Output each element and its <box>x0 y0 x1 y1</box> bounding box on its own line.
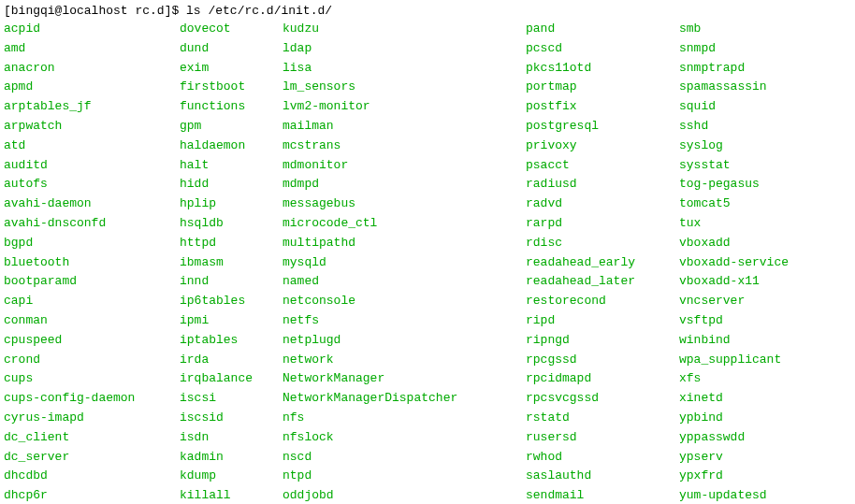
file-entry: arptables_jf <box>4 97 180 117</box>
file-entry: functions <box>180 97 283 117</box>
listing-column-1: acpidamdanacronapmdarptables_jfarpwatcha… <box>4 20 180 504</box>
file-entry: lm_sensors <box>283 78 526 97</box>
listing-column-3: kudzuldaplisalm_sensorslvm2-monitormailm… <box>283 20 526 504</box>
file-entry: amd <box>4 39 180 59</box>
file-entry: ripd <box>526 311 679 331</box>
file-entry: apmd <box>4 78 180 97</box>
file-entry: readahead_early <box>526 253 679 273</box>
file-entry: vboxadd-service <box>679 253 829 273</box>
file-entry: spamassassin <box>679 78 829 97</box>
file-entry: netconsole <box>283 292 526 311</box>
file-entry: autofs <box>4 175 180 194</box>
file-entry: exim <box>180 59 283 79</box>
file-entry: dund <box>180 39 283 59</box>
file-entry: kadmin <box>180 448 283 468</box>
file-entry: netplugd <box>283 331 526 351</box>
file-entry: rarpd <box>526 214 679 234</box>
file-entry: sshd <box>679 117 829 137</box>
file-entry: avahi-dnsconfd <box>4 214 180 234</box>
file-entry: snmpd <box>679 39 829 59</box>
file-entry: lvm2-monitor <box>283 97 526 117</box>
file-entry: cpuspeed <box>4 331 180 351</box>
file-entry: NetworkManagerDispatcher <box>283 389 526 409</box>
file-entry: nfslock <box>283 428 526 448</box>
file-entry: tomcat5 <box>679 194 829 214</box>
file-entry: iscsi <box>180 389 283 409</box>
file-entry: pcscd <box>526 39 679 59</box>
file-entry: anacron <box>4 59 180 79</box>
file-entry: kudzu <box>283 20 526 39</box>
file-entry: firstboot <box>180 78 283 97</box>
file-entry: hidd <box>180 175 283 194</box>
file-entry: nfs <box>283 409 526 428</box>
file-entry: dhcdbd <box>4 467 180 486</box>
file-entry: irda <box>180 351 283 370</box>
file-entry: rpcgssd <box>526 351 679 370</box>
file-entry: ypserv <box>679 448 829 468</box>
file-entry: isdn <box>180 428 283 448</box>
file-entry: pand <box>526 20 679 39</box>
file-entry: httpd <box>180 234 283 253</box>
file-entry: yppasswdd <box>679 428 829 448</box>
file-entry: cyrus-imapd <box>4 409 180 428</box>
file-entry: squid <box>679 97 829 117</box>
file-entry: portmap <box>526 78 679 97</box>
file-entry: multipathd <box>283 234 526 253</box>
file-entry: conman <box>4 311 180 331</box>
file-entry: tog-pegasus <box>679 175 829 194</box>
file-entry: radvd <box>526 194 679 214</box>
file-entry: wpa_supplicant <box>679 351 829 370</box>
file-entry: arpwatch <box>4 117 180 137</box>
file-entry: oddjobd <box>283 486 526 504</box>
file-entry: ypxfrd <box>679 467 829 486</box>
file-entry: iptables <box>180 331 283 351</box>
file-entry: irqbalance <box>180 369 283 389</box>
listing-column-5: smbsnmpdsnmptrapdspamassassinsquidsshdsy… <box>679 20 829 504</box>
file-entry: dc_client <box>4 428 180 448</box>
file-entry: xinetd <box>679 389 829 409</box>
file-entry: network <box>283 351 526 370</box>
file-entry: ipmi <box>180 311 283 331</box>
file-entry: postfix <box>526 97 679 117</box>
file-entry: postgresql <box>526 117 679 137</box>
file-entry: mailman <box>283 117 526 137</box>
file-entry: saslauthd <box>526 467 679 486</box>
file-entry: rusersd <box>526 428 679 448</box>
file-entry: vboxadd <box>679 234 829 253</box>
directory-listing: acpidamdanacronapmdarptables_jfarpwatcha… <box>4 20 851 504</box>
file-entry: killall <box>180 486 283 504</box>
file-entry: rpcidmapd <box>526 369 679 389</box>
file-entry: iscsid <box>180 409 283 428</box>
file-entry: xfs <box>679 369 829 389</box>
file-entry: acpid <box>4 20 180 39</box>
file-entry: rpcsvcgssd <box>526 389 679 409</box>
file-entry: hplip <box>180 194 283 214</box>
file-entry: syslog <box>679 137 829 156</box>
shell-prompt: [bingqi@localhost rc.d]$ ls /etc/rc.d/in… <box>4 4 851 18</box>
file-entry: mdmpd <box>283 175 526 194</box>
file-entry: capi <box>4 292 180 311</box>
file-entry: restorecond <box>526 292 679 311</box>
file-entry: hsqldb <box>180 214 283 234</box>
file-entry: sendmail <box>526 486 679 504</box>
file-entry: gpm <box>180 117 283 137</box>
file-entry: bgpd <box>4 234 180 253</box>
file-entry: vncserver <box>679 292 829 311</box>
file-entry: mcstrans <box>283 137 526 156</box>
file-entry: vboxadd-x11 <box>679 272 829 292</box>
file-entry: privoxy <box>526 137 679 156</box>
file-entry: ibmasm <box>180 253 283 273</box>
listing-column-2: dovecotdundeximfirstbootfunctionsgpmhald… <box>180 20 283 504</box>
file-entry: vsftpd <box>679 311 829 331</box>
file-entry: auditd <box>4 156 180 176</box>
file-entry: winbind <box>679 331 829 351</box>
file-entry: tux <box>679 214 829 234</box>
file-entry: mysqld <box>283 253 526 273</box>
file-entry: bluetooth <box>4 253 180 273</box>
file-entry: dovecot <box>180 20 283 39</box>
file-entry: yum-updatesd <box>679 486 829 504</box>
file-entry: cups <box>4 369 180 389</box>
file-entry: sysstat <box>679 156 829 176</box>
file-entry: rwhod <box>526 448 679 468</box>
file-entry: ripngd <box>526 331 679 351</box>
